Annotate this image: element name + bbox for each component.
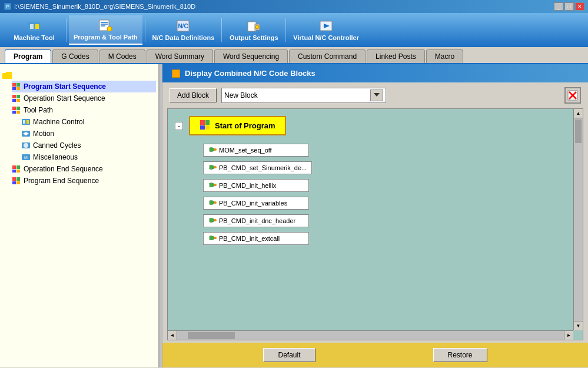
svg-rect-44 xyxy=(12,181,16,184)
scroll-up-button[interactable]: ▲ xyxy=(574,109,583,118)
titlebar-controls[interactable]: _ □ ✕ xyxy=(554,2,584,11)
tree-item-operation-end-sequence[interactable]: Operation End Sequence xyxy=(12,163,156,175)
svg-point-9 xyxy=(107,26,112,31)
close-button[interactable]: ✕ xyxy=(575,2,584,11)
start-block: Start of Program xyxy=(189,116,286,135)
list-item[interactable]: MOM_set_seq_off xyxy=(203,144,583,157)
tree-item-motion[interactable]: Motion xyxy=(21,128,156,140)
svg-marker-17 xyxy=(2,73,12,79)
program-tool-path-button[interactable]: Program & Tool Path xyxy=(69,15,142,45)
svg-point-36 xyxy=(24,143,28,148)
toolbar-divider-4 xyxy=(285,18,286,42)
program-tool-path-icon xyxy=(98,18,112,32)
svg-rect-45 xyxy=(16,177,20,181)
motion-label: Motion xyxy=(33,130,54,138)
minimize-button[interactable]: _ xyxy=(554,2,563,11)
app-icon: P xyxy=(4,2,12,11)
miscellaneous-icon: M xyxy=(21,152,31,162)
block-dropdown-arrow[interactable] xyxy=(370,89,383,101)
motion-icon xyxy=(21,129,31,138)
svg-rect-29 xyxy=(16,107,20,110)
tab-word-sequencing[interactable]: Word Sequencing xyxy=(214,49,288,63)
program-start-seq-icon xyxy=(12,82,21,91)
dropdown-arrow-icon xyxy=(373,92,380,98)
svg-rect-24 xyxy=(12,99,16,102)
scroll-thumb-vertical[interactable] xyxy=(575,120,582,143)
horizontal-scrollbar[interactable]: ◄ ► xyxy=(168,330,573,340)
output-settings-button[interactable]: Output Settings xyxy=(224,15,283,45)
block-dropdown-value: New Block xyxy=(224,91,370,100)
cmd-text-4: PB_CMD_init_variables xyxy=(219,200,287,207)
list-item[interactable]: PB_CMD_init_variables xyxy=(203,197,583,210)
cmd-box-4[interactable]: PB_CMD_init_variables xyxy=(203,197,309,210)
restore-button[interactable]: Restore xyxy=(433,348,487,362)
tree-item-operation-start-sequence[interactable]: Operation Start Sequence xyxy=(12,92,156,104)
cmd-icon-6 xyxy=(208,234,217,243)
vertical-scrollbar[interactable]: ▲ ▼ xyxy=(573,109,583,330)
operation-start-seq-label: Operation Start Sequence xyxy=(24,94,105,102)
machine-control-label: Machine Control xyxy=(33,118,84,126)
svg-text:P: P xyxy=(6,4,9,9)
list-item[interactable]: PB_CMD_init_dnc_header xyxy=(203,214,583,227)
tree-item-miscellaneous[interactable]: M Miscellaneous xyxy=(21,151,156,163)
machine-tool-button[interactable]: Machine Tool xyxy=(5,15,64,45)
delete-icon xyxy=(567,89,579,101)
tool-path-label: Tool Path xyxy=(24,106,53,114)
tab-macro[interactable]: Macro xyxy=(426,49,463,63)
svg-rect-42 xyxy=(16,170,20,173)
machine-tool-label: Machine Tool xyxy=(14,34,54,41)
cmd-box-5[interactable]: PB_CMD_init_dnc_header xyxy=(203,214,309,227)
cmd-box-1[interactable]: MOM_set_seq_off xyxy=(203,144,309,157)
cmd-box-2[interactable]: PB_CMD_set_Sinumerik_de... xyxy=(203,161,312,174)
collapse-button[interactable]: - xyxy=(175,122,183,130)
tab-custom-command[interactable]: Custom Command xyxy=(289,49,366,63)
svg-rect-3 xyxy=(30,24,34,29)
canned-cycles-icon xyxy=(21,141,31,150)
svg-rect-43 xyxy=(12,177,16,181)
list-item[interactable]: PB_CMD_init_hellix xyxy=(203,179,583,192)
tree-item-program-end-sequence[interactable]: Program End Sequence xyxy=(12,175,156,187)
scroll-down-button[interactable]: ▼ xyxy=(574,321,583,330)
svg-rect-19 xyxy=(12,83,16,87)
maximize-button[interactable]: □ xyxy=(564,2,574,11)
toolbar-divider-2 xyxy=(145,18,145,42)
list-item[interactable]: PB_CMD_set_Sinumerik_de... xyxy=(203,161,583,174)
add-block-button[interactable]: Add Block xyxy=(170,88,217,102)
delete-block-button[interactable] xyxy=(564,87,581,104)
tab-mcodes[interactable]: M Codes xyxy=(99,49,145,63)
scroll-left-button[interactable]: ◄ xyxy=(168,331,177,340)
content-header: Display Combined N/C Code Blocks xyxy=(162,64,588,82)
cmd-box-6[interactable]: PB_CMD_init_extcall xyxy=(203,232,309,245)
nc-data-button[interactable]: N/C N/C Data Definitions xyxy=(148,15,220,45)
machine-tool-icon xyxy=(27,19,41,33)
tab-linked-posts[interactable]: Linked Posts xyxy=(367,49,425,63)
default-button[interactable]: Default xyxy=(263,348,315,362)
svg-rect-20 xyxy=(12,87,16,90)
virtual-nc-button[interactable]: Virtual N/C Controller xyxy=(288,15,364,45)
tab-word-summary[interactable]: Word Summary xyxy=(147,49,213,63)
svg-rect-39 xyxy=(12,165,16,169)
tree-root xyxy=(2,69,156,81)
tree-item-tool-path[interactable]: Tool Path xyxy=(12,104,156,116)
tab-gcodes[interactable]: G Codes xyxy=(52,49,98,63)
tree-item-program-start-sequence[interactable]: Program Start Sequence xyxy=(12,81,156,92)
tree-item-machine-control[interactable]: Machine Control xyxy=(21,116,156,128)
program-start-seq-label: Program Start Sequence xyxy=(24,82,106,91)
operation-end-seq-icon xyxy=(12,164,21,174)
program-tool-path-label: Program & Tool Path xyxy=(74,34,138,41)
cmd-icon-5 xyxy=(208,217,217,225)
start-of-program-row: - Start of Program xyxy=(168,109,583,139)
block-dropdown[interactable]: New Block xyxy=(221,88,386,103)
svg-marker-47 xyxy=(374,93,380,97)
tab-program[interactable]: Program xyxy=(5,49,51,63)
svg-rect-25 xyxy=(16,95,20,98)
titlebar-title: P I:\SIEMENS_Sinumerik_810D_org\SIEMENS_… xyxy=(4,2,195,11)
svg-rect-30 xyxy=(16,111,20,114)
svg-text:N/C: N/C xyxy=(178,23,188,29)
tree-item-canned-cycles[interactable]: Canned Cycles xyxy=(21,140,156,151)
cmd-box-3[interactable]: PB_CMD_init_hellix xyxy=(203,179,309,192)
scroll-thumb-horizontal[interactable] xyxy=(188,332,235,339)
block-list-area[interactable]: - Start of Program xyxy=(167,108,583,340)
list-item[interactable]: PB_CMD_init_extcall xyxy=(203,232,583,245)
scroll-right-button[interactable]: ► xyxy=(564,331,573,340)
